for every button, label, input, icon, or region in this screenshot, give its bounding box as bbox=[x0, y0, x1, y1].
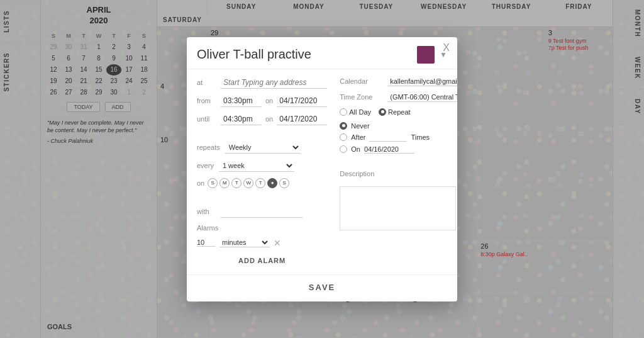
repeats-select[interactable]: Weekly bbox=[225, 142, 301, 154]
allday-radio-circle[interactable] bbox=[340, 108, 347, 116]
calendar-row: Calendar kallenfamilycal@gmai... bbox=[340, 77, 456, 86]
day-circle-s1[interactable]: S bbox=[208, 178, 218, 188]
alarm-row: minutes ✕ bbox=[197, 238, 327, 248]
on-date-label: On bbox=[351, 145, 360, 153]
ends-after-row: After Times bbox=[340, 133, 456, 142]
after-label: After bbox=[351, 133, 365, 141]
never-label: Never bbox=[351, 122, 369, 130]
add-alarm-button[interactable]: ADD ALARM bbox=[197, 254, 327, 267]
allday-radio[interactable]: All Day bbox=[340, 108, 371, 116]
from-label: from bbox=[197, 97, 217, 104]
modal-right-col: Calendar kallenfamilycal@gmai... Time Zo… bbox=[340, 77, 456, 267]
save-button[interactable]: SAVE bbox=[309, 283, 335, 292]
until-date-input[interactable] bbox=[277, 113, 327, 125]
day-circle-t2[interactable]: T bbox=[255, 178, 265, 188]
with-row: with bbox=[197, 206, 327, 218]
day-circle-t1[interactable]: T bbox=[231, 178, 242, 188]
with-label: with bbox=[197, 208, 217, 215]
alarm-unit-select[interactable]: minutes bbox=[219, 238, 270, 247]
alarms-label: Alarms bbox=[197, 224, 218, 232]
modal-footer: SAVE bbox=[187, 274, 457, 301]
at-label: at bbox=[197, 79, 217, 86]
ends-section: Never After Times On bbox=[340, 122, 456, 154]
ends-never-row: Never bbox=[340, 122, 456, 130]
ends-never-radio[interactable] bbox=[340, 122, 347, 130]
alarms-header-row: Alarms bbox=[197, 224, 327, 232]
description-label: Description bbox=[340, 170, 456, 177]
alarm-delete-button[interactable]: ✕ bbox=[274, 238, 281, 248]
description-textarea[interactable] bbox=[340, 186, 456, 230]
color-swatch[interactable] bbox=[417, 46, 435, 64]
times-label: Times bbox=[411, 133, 430, 141]
every-row: every 1 week bbox=[197, 160, 327, 172]
day-circle-f[interactable]: ● bbox=[267, 178, 277, 188]
days-on-label: on bbox=[197, 179, 204, 187]
timezone-select[interactable]: (GMT-06:00) Central T... bbox=[387, 93, 457, 102]
event-modal: ▼ X at from on bbox=[187, 37, 457, 301]
days-row: on S M T W T ● S bbox=[197, 178, 327, 188]
modal-overlay: ▼ X at from on bbox=[0, 0, 644, 338]
repeat-radio[interactable]: Repeat bbox=[379, 108, 410, 116]
repeat-label: Repeat bbox=[388, 108, 410, 116]
calendar-label: Calendar bbox=[340, 77, 384, 85]
with-input[interactable] bbox=[221, 206, 303, 218]
repeats-row: repeats Weekly bbox=[197, 142, 327, 154]
allday-label: All Day bbox=[349, 108, 371, 116]
every-label: every bbox=[197, 162, 214, 169]
from-date-input[interactable] bbox=[277, 95, 327, 107]
until-on-label: on bbox=[265, 115, 273, 123]
alarm-num-input[interactable] bbox=[197, 239, 216, 247]
address-row: at bbox=[197, 77, 327, 89]
until-row: until on bbox=[197, 113, 327, 125]
every-select[interactable]: 1 week bbox=[219, 160, 294, 172]
modal-left-col: at from on until on bbox=[197, 77, 327, 267]
timezone-label: Time Zone bbox=[340, 93, 384, 101]
from-on-label: on bbox=[265, 97, 273, 104]
until-label: until bbox=[197, 115, 217, 123]
day-circle-w[interactable]: W bbox=[243, 178, 253, 188]
event-title-input[interactable] bbox=[197, 47, 412, 62]
modal-body: at from on until on bbox=[187, 69, 457, 274]
close-button[interactable]: X bbox=[443, 42, 450, 54]
modal-header: ▼ X bbox=[187, 37, 457, 69]
after-times-input[interactable] bbox=[369, 133, 407, 142]
until-time-input[interactable] bbox=[221, 113, 262, 125]
from-row: from on bbox=[197, 95, 327, 107]
day-circle-s2[interactable]: S bbox=[279, 178, 289, 188]
timezone-row: Time Zone (GMT-06:00) Central T... bbox=[340, 93, 456, 102]
calendar-select[interactable]: kallenfamilycal@gmai... bbox=[387, 77, 457, 86]
ends-after-radio[interactable] bbox=[340, 133, 347, 141]
ends-on-radio[interactable] bbox=[340, 145, 347, 153]
ends-on-date-input[interactable] bbox=[364, 145, 414, 154]
ends-on-row: On bbox=[340, 145, 456, 154]
repeats-label: repeats bbox=[197, 144, 220, 151]
day-circle-m[interactable]: M bbox=[219, 178, 230, 188]
allday-repeat-group: All Day Repeat bbox=[340, 108, 456, 116]
repeat-radio-circle[interactable] bbox=[379, 108, 386, 116]
address-input[interactable] bbox=[221, 77, 327, 89]
from-time-input[interactable] bbox=[221, 95, 262, 107]
